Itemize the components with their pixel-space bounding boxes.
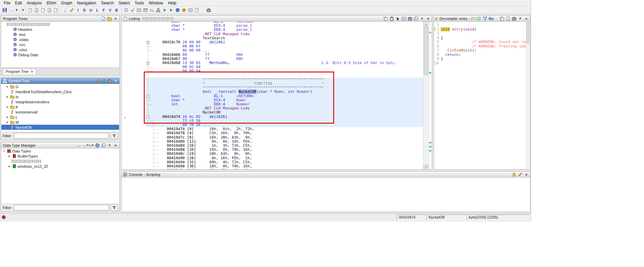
tree-item-redacted[interactable] — [1, 22, 119, 27]
close-icon[interactable]: × — [524, 172, 529, 177]
letter-L-icon[interactable]: L — [94, 7, 100, 13]
lock-icon[interactable] — [511, 172, 517, 177]
forward-icon[interactable]: →▾ — [17, 7, 24, 13]
tree-item-headers[interactable]: Headers — [1, 27, 119, 32]
overview-mark[interactable] — [429, 142, 431, 143]
caret-down-icon[interactable]: ▾ — [92, 143, 94, 147]
pencil-icon[interactable] — [518, 172, 523, 177]
overview-margin[interactable] — [429, 22, 432, 169]
copy-icon[interactable] — [383, 16, 388, 21]
table-icon[interactable] — [142, 7, 148, 13]
menu-help[interactable]: Help — [166, 0, 179, 6]
tree-item-windows-vs12-32[interactable]: ▶windows_vs12_32 — [1, 164, 119, 169]
tree-item-kontointervall[interactable]: fkontointervall — [1, 109, 119, 115]
menu-bsim[interactable]: BSim — [44, 0, 59, 6]
display-icon[interactable] — [101, 16, 106, 21]
table-icon[interactable] — [136, 7, 142, 13]
letter-U-icon[interactable]: U — [88, 7, 94, 13]
chevron-right-icon[interactable]: ▶ — [5, 106, 9, 108]
clone-icon[interactable] — [413, 16, 419, 21]
chevron-right-icon[interactable]: ▶ — [5, 85, 9, 88]
copy-icon[interactable] — [499, 16, 505, 21]
scroll-down-icon[interactable]: ▼ — [423, 164, 429, 169]
cursor-icon[interactable] — [395, 16, 400, 21]
tree-item-text[interactable]: .text — [1, 32, 119, 37]
caret-down-icon[interactable]: ▾ — [419, 16, 425, 21]
close-icon[interactable]: × — [426, 16, 431, 21]
play-icon[interactable] — [168, 7, 174, 13]
overview-mark[interactable] — [429, 72, 431, 74]
globe-icon[interactable] — [95, 143, 100, 148]
menu-analysis[interactable]: Analysis — [24, 0, 44, 6]
camera-icon[interactable] — [407, 16, 413, 21]
refresh-icon[interactable] — [476, 16, 482, 21]
chevron-down-icon[interactable]: ▼ — [5, 126, 9, 128]
tree-item-sdata[interactable]: .sdata — [1, 37, 119, 42]
tree-item-rsrc[interactable]: .rsrc — [1, 42, 119, 47]
tab-program-tree[interactable]: Program Tree × — [3, 68, 36, 75]
camera-icon[interactable] — [205, 7, 212, 13]
tree-item-nyckelok[interactable]: ▼fNyckelOK — [1, 125, 119, 130]
open-folder-icon[interactable] — [107, 16, 112, 21]
expand-icon[interactable]: + — [146, 41, 150, 44]
table-icon[interactable] — [187, 7, 193, 13]
listing-view[interactable]: bool AL:1 <RETURN> char * ECX:4 param_1 … — [122, 22, 432, 169]
tree-item-m[interactable]: ▶M — [1, 120, 119, 125]
tree-item-in[interactable]: ▶In — [1, 94, 119, 99]
tree-item-handboktoolstripmenuitem-click[interactable]: fHandbokToolStripMenuItem_Click — [1, 89, 119, 94]
letter-F-icon[interactable]: F — [100, 7, 107, 13]
tree-item-data-types[interactable]: ▼Data Types — [1, 148, 119, 153]
check-icon[interactable] — [129, 7, 136, 13]
camera-icon[interactable] — [511, 16, 517, 21]
tree-item-builtintypes[interactable]: ▶BuiltInTypes — [1, 153, 119, 159]
tree-item-redacted[interactable] — [1, 159, 119, 164]
pencil-icon[interactable] — [68, 7, 75, 13]
page-icon[interactable] — [27, 7, 33, 13]
filter-icon[interactable] — [111, 132, 118, 139]
menu-tools[interactable]: Tools — [132, 0, 146, 6]
menu-navigation[interactable]: Navigation — [75, 0, 99, 6]
dtm-filter-input[interactable] — [14, 205, 109, 210]
menu-select[interactable]: Select — [116, 0, 132, 6]
page-icon[interactable] — [46, 7, 52, 13]
conflict-icon[interactable]: ••▾ — [89, 143, 94, 148]
caret-down-icon[interactable]: ▾ — [87, 143, 89, 147]
tree-item-k[interactable]: ▶K — [1, 104, 119, 109]
overview-mark[interactable] — [429, 32, 431, 33]
close-icon[interactable]: × — [113, 16, 118, 21]
tree-item-integritetskontrollera[interactable]: fintegritetskontrollera — [1, 99, 119, 104]
decompile-line[interactable]: 1 — [434, 23, 530, 27]
letter-V-icon[interactable]: V — [107, 7, 113, 13]
tree-item-reloc[interactable]: .reloc — [1, 47, 119, 52]
listing-scrollbar[interactable]: ▲▼ — [423, 22, 429, 169]
letter-B-icon[interactable]: B — [113, 7, 120, 13]
page-icon[interactable] — [52, 7, 59, 13]
close-icon[interactable]: × — [31, 69, 33, 74]
close-icon[interactable]: × — [524, 16, 529, 21]
overview-mark[interactable] — [429, 146, 431, 147]
filter-icon[interactable] — [111, 204, 118, 211]
tree-item-l[interactable]: ▶L — [1, 115, 119, 120]
menu-window[interactable]: Window — [146, 0, 166, 6]
save-icon[interactable] — [1, 7, 8, 13]
caret-down-icon[interactable]: ▾ — [518, 16, 523, 21]
listing-line[interactable]: 00410d9c [40] 28h, A3h, 0h, 0h, — [162, 168, 252, 169]
console-output[interactable] — [122, 178, 530, 211]
menu-graph[interactable]: Graph — [59, 0, 74, 6]
symbol-filter-input[interactable] — [14, 133, 109, 139]
down-arrow-icon[interactable]: ↓ — [62, 7, 68, 13]
refresh-icon[interactable] — [101, 78, 106, 83]
diamond-icon[interactable] — [181, 7, 187, 13]
tree-item-debug-data[interactable]: Debug Data — [1, 52, 119, 57]
play-icon[interactable] — [161, 7, 168, 13]
page-icon[interactable] — [40, 7, 46, 13]
menu-file[interactable]: File — [1, 0, 13, 6]
letter-I-icon[interactable]: I — [75, 7, 81, 13]
highlighted-symbol[interactable]: NyckelOK — [238, 89, 256, 94]
decompile-line[interactable]: 3 — [434, 32, 530, 36]
back-arrow-icon[interactable]: ← — [76, 143, 82, 148]
window-icon[interactable] — [101, 143, 106, 148]
decompile-line[interactable]: 9} — [434, 57, 530, 61]
refresh-icon[interactable] — [123, 7, 129, 13]
decompile-line[interactable]: 10 — [434, 61, 530, 66]
